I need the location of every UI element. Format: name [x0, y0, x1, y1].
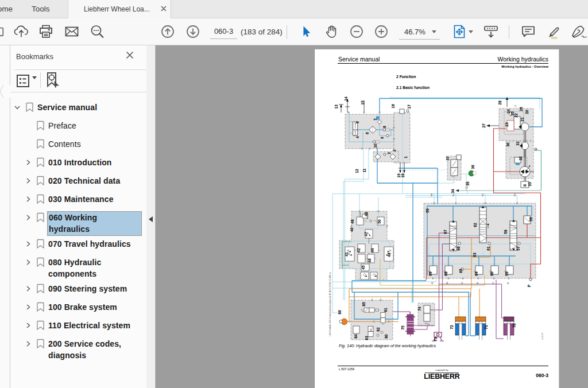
bookmark-label[interactable]: 110 Electrical system — [48, 320, 130, 331]
chevron-right-icon[interactable] — [24, 158, 32, 166]
bookmark-label[interactable]: 090 Steering system — [48, 283, 127, 294]
diagram-label: 55 — [425, 208, 430, 213]
bookmark-label[interactable]: 020 Technical data — [48, 175, 120, 187]
bookmark-label[interactable]: 030 Maintenance — [48, 193, 114, 205]
bookmark-options-icon[interactable] — [15, 73, 31, 89]
diagram-port-label: B1 — [492, 282, 494, 284]
bookmark-icon — [36, 257, 45, 267]
fit-page-icon[interactable] — [451, 18, 467, 45]
bookmark-icon — [36, 176, 45, 186]
diagram-label: 44 — [370, 248, 374, 253]
diagram-port-label: Y61 — [452, 193, 455, 197]
save-icon[interactable] — [0, 18, 5, 45]
diagram-label: 6 — [365, 132, 369, 134]
tab-home[interactable]: Home — [0, 5, 13, 13]
diagram-label: 14 — [344, 96, 348, 101]
diagram-label: 46 — [368, 258, 372, 263]
diagram-label: 56 — [529, 217, 533, 222]
panel-splitter[interactable] — [146, 45, 156, 388]
diagram-label: 2 — [392, 149, 396, 152]
new-bookmark-icon[interactable] — [45, 72, 61, 89]
highlight-icon[interactable] — [545, 18, 561, 45]
diagram-label: 67 — [443, 230, 447, 234]
chevron-right-icon[interactable] — [24, 195, 32, 203]
diagram-label: P — [527, 284, 531, 287]
liebherr-logo: LIEBHERR — [325, 372, 559, 381]
diagram-label: 33 — [528, 182, 532, 187]
diagram-label: 11 — [362, 168, 366, 172]
bookmark-label[interactable]: 080 Hydraulic components — [48, 257, 134, 280]
fill-sign-icon[interactable] — [570, 18, 588, 45]
comment-icon[interactable] — [520, 18, 536, 45]
diagram-label: 24 — [506, 109, 510, 114]
logo-rule — [425, 373, 459, 373]
diagram-label: 61 — [486, 246, 490, 251]
chevron-right-icon[interactable] — [24, 240, 32, 248]
footer-copyright: copyright by — [325, 368, 559, 371]
bookmark-label[interactable]: 070 Travel hydraulics — [48, 238, 131, 250]
bookmark-options-caret-icon[interactable] — [32, 79, 37, 90]
document-tab[interactable]: Liebherr Wheel Loa... — [68, 0, 171, 18]
previous-page-icon[interactable] — [160, 18, 175, 45]
search-icon[interactable] — [89, 18, 105, 45]
document-tab-title: Liebherr Wheel Loa... — [84, 5, 150, 13]
chevron-right-icon[interactable] — [24, 258, 32, 266]
zoom-dropdown-caret-icon[interactable] — [430, 18, 438, 45]
diagram-label: 63 — [473, 253, 477, 257]
chevron-right-icon[interactable] — [24, 177, 32, 185]
document-area[interactable]: Service manual Working hydraulics Workin… — [156, 45, 588, 388]
collapse-panel-icon[interactable] — [149, 216, 153, 222]
bookmark-icon — [36, 212, 45, 223]
nav-panel-strip[interactable] — [0, 45, 10, 388]
chevron-right-icon[interactable] — [24, 214, 32, 222]
diagram-label: 66 — [457, 246, 461, 251]
bookmark-label[interactable]: 100 Brake system — [48, 301, 117, 313]
diagram-label: 19 — [397, 173, 401, 178]
diagram-label: 82 — [376, 327, 380, 332]
diagram-label: 7 — [373, 118, 377, 121]
fit-dropdown-caret-icon[interactable] — [467, 18, 475, 45]
chevron-right-icon[interactable] — [24, 321, 32, 329]
document-tab-close-icon[interactable] — [160, 4, 168, 13]
diagram-label: 5 — [355, 121, 359, 123]
chevron-right-icon[interactable] — [24, 285, 32, 293]
bookmarks-close-icon[interactable] — [125, 51, 134, 60]
page-corner-text: w01078 — [541, 332, 544, 340]
diagram-label: 21 — [520, 117, 524, 122]
diagram-label: 1 — [404, 156, 408, 158]
bookmark-label[interactable]: Preface — [48, 120, 76, 131]
diagram-port-label: B3 — [431, 282, 434, 284]
page-number-input[interactable] — [210, 26, 237, 39]
hand-tool-icon[interactable] — [323, 18, 339, 45]
bookmark-label[interactable]: 060 Working hydraulics — [48, 212, 141, 235]
chevron-down-icon[interactable] — [13, 103, 21, 111]
chevron-right-icon[interactable] — [24, 340, 32, 348]
panel-notch — [0, 85, 10, 98]
tab-tools[interactable]: Tools — [32, 5, 50, 13]
bookmark-icon — [36, 302, 45, 312]
bookmark-icon — [36, 139, 45, 149]
chevron-right-icon[interactable] — [24, 303, 32, 311]
diagram-label: 84 — [354, 334, 358, 339]
bookmark-label[interactable]: Service manual — [37, 102, 97, 113]
bookmark-label[interactable]: 200 Service codes, diagnosis — [48, 338, 134, 361]
diagram-port-label: A2 — [477, 282, 479, 284]
print-icon[interactable] — [38, 18, 54, 45]
bookmark-label[interactable]: Contents — [48, 138, 81, 150]
diagram-label: 73 — [434, 337, 438, 342]
zoom-out-icon[interactable] — [349, 18, 364, 45]
bookmark-icon — [36, 121, 45, 131]
email-icon[interactable] — [64, 18, 80, 45]
select-tool-icon[interactable] — [299, 18, 314, 45]
diagram-label: 34 — [451, 189, 455, 193]
diagram-label: 75 — [401, 325, 405, 330]
zoom-in-icon[interactable] — [374, 18, 389, 45]
diagram-label: 37 — [446, 156, 450, 161]
cloud-upload-icon[interactable] — [13, 18, 30, 45]
scroll-display-icon[interactable] — [482, 18, 500, 45]
diagram-label: 20 — [525, 110, 529, 114]
bookmark-label[interactable]: 010 Introduction — [48, 157, 112, 168]
diagram-label: 60 — [490, 271, 494, 276]
tab-bar: Home Tools Liebherr Wheel Loa... — [0, 0, 588, 18]
next-page-icon[interactable] — [185, 18, 200, 45]
